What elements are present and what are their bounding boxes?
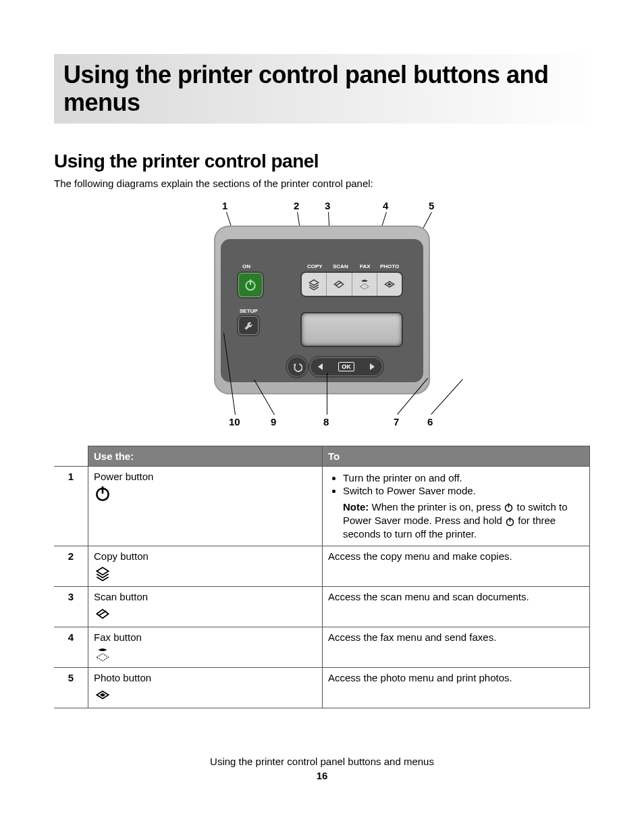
table-header-use: Use the:	[88, 446, 323, 466]
callout-8: 8	[323, 416, 329, 427]
label-scan: SCAN	[333, 263, 348, 269]
back-icon	[292, 361, 302, 372]
callout-5: 5	[429, 200, 434, 211]
intro-text: The following diagrams explain the secti…	[54, 178, 590, 189]
label-fax: FAX	[360, 263, 371, 269]
row-name: Scan button	[94, 591, 317, 602]
label-photo: PHOTO	[380, 263, 399, 269]
wrench-icon	[243, 320, 254, 331]
back-button	[287, 357, 307, 377]
left-arrow-icon	[318, 363, 323, 370]
page-title: Using the printer control panel buttons …	[63, 61, 581, 117]
copy-icon	[94, 565, 111, 582]
bullet: Turn the printer on and off.	[343, 472, 584, 484]
mode-buttons	[302, 273, 402, 296]
table-row: 3 Scan button Access the scan menu and s…	[54, 586, 590, 627]
power-button	[238, 273, 263, 297]
copy-icon	[307, 278, 321, 291]
row-to: Access the copy menu and make copies.	[323, 546, 590, 586]
row-number: 2	[54, 546, 88, 586]
row-number: 1	[54, 466, 88, 546]
copy-button	[302, 273, 327, 296]
lcd-display	[302, 313, 402, 346]
row-note: Note: When the printer is on, press to s…	[343, 500, 584, 542]
power-icon	[94, 485, 111, 502]
row-to: Access the fax menu and send faxes.	[323, 627, 590, 667]
fax-icon	[358, 278, 371, 291]
row-to: Access the photo menu and print photos.	[323, 667, 590, 708]
table-row: 5 Photo button Access the photo menu and…	[54, 667, 590, 708]
page-footer: Using the printer control panel buttons …	[54, 756, 590, 781]
note-prefix: Note:	[343, 501, 369, 513]
fax-button	[352, 273, 377, 296]
row-name: Copy button	[94, 550, 317, 562]
row-name: Fax button	[94, 631, 317, 643]
note-text: When the printer is on, press	[369, 501, 504, 513]
power-icon	[244, 278, 257, 292]
ok-button: OK	[338, 362, 354, 371]
label-setup: SETUP	[240, 308, 258, 314]
scan-icon	[94, 605, 111, 623]
fax-icon	[94, 646, 111, 663]
table-header-blank	[54, 446, 88, 466]
section-heading: Using the printer control panel	[54, 151, 590, 172]
page-title-band: Using the printer control panel buttons …	[54, 54, 590, 124]
table-header-to: To	[323, 446, 590, 466]
callout-10: 10	[229, 416, 240, 427]
label-copy: COPY	[307, 263, 323, 269]
callout-2: 2	[294, 200, 299, 211]
nav-group: OK	[287, 357, 383, 377]
photo-icon	[94, 686, 111, 704]
row-number: 5	[54, 667, 88, 708]
power-icon	[505, 517, 515, 527]
control-panel-diagram: 1 2 3 4 5 ON SETUP COPY SCAN FAX PHOTO	[54, 200, 590, 429]
row-number: 4	[54, 627, 88, 667]
callout-9: 9	[271, 416, 276, 427]
scan-button	[327, 273, 352, 296]
callout-7: 7	[394, 416, 399, 427]
photo-icon	[383, 278, 396, 291]
callout-4: 4	[383, 200, 388, 211]
table-row: 1 Power button Turn the printer on and o…	[54, 466, 590, 546]
callout-3: 3	[325, 200, 330, 211]
table-row: 2 Copy button Access the copy menu and m…	[54, 546, 590, 586]
bullet: Switch to Power Saver mode.	[343, 485, 584, 496]
footer-title: Using the printer control panel buttons …	[54, 756, 590, 767]
footer-page-number: 16	[54, 770, 590, 781]
photo-button	[377, 273, 402, 296]
row-name: Photo button	[94, 672, 317, 683]
setup-button	[238, 316, 259, 335]
row-number: 3	[54, 586, 88, 627]
row-bullets: Turn the printer on and off. Switch to P…	[328, 472, 584, 496]
power-icon	[504, 502, 514, 513]
nav-pill: OK	[310, 357, 383, 376]
callout-6: 6	[427, 416, 433, 427]
row-to: Access the scan menu and scan documents.	[323, 586, 590, 627]
table-row: 4 Fax button Access the fax menu and sen…	[54, 627, 590, 667]
reference-table: Use the: To 1 Power button Turn the prin…	[54, 446, 590, 708]
callout-1: 1	[222, 200, 227, 211]
scan-icon	[332, 278, 346, 291]
right-arrow-icon	[370, 363, 375, 370]
row-name: Power button	[94, 471, 317, 482]
label-on: ON	[242, 263, 250, 269]
